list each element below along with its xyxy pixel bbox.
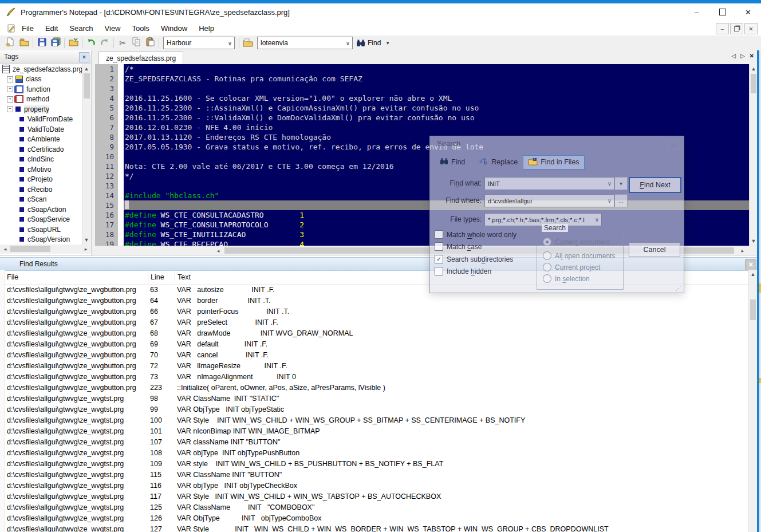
radio-current-project[interactable]: Current project <box>543 263 600 271</box>
result-row[interactable]: d:\cvsfiles\allgui\gtwvg\ze_wvgtst.prg10… <box>5 436 749 447</box>
search-dialog[interactable]: Search ✕ FindabReplaceFind in Files Find… <box>429 136 684 293</box>
tab-scroll-right-icon[interactable]: ▷ <box>740 53 745 59</box>
paste-button[interactable] <box>143 37 157 49</box>
dialog-tab-replace[interactable]: abReplace <box>474 155 523 169</box>
result-row[interactable]: d:\cvsfiles\allgui\gtwvg\ze_wvgbutton.pr… <box>5 371 749 382</box>
find-what-combo[interactable]: INIT∨ <box>484 177 614 190</box>
tree-group-property[interactable]: −property <box>0 104 82 115</box>
radio-all-open-documents[interactable]: All open documents <box>543 251 615 260</box>
tree-item-csoapaction[interactable]: cSoapAction <box>0 204 82 215</box>
editor-line[interactable]: 2ZE_SPEDSEFAZCLASS - Rotinas pra comunic… <box>95 74 749 84</box>
tab-scroll-left-icon[interactable]: ◁ <box>731 53 736 59</box>
result-row[interactable]: d:\cvsfiles\allgui\gtwvg\ze_wvgtst.prg99… <box>5 404 749 415</box>
checkbox-search-subdirectories[interactable]: ✓Search subdirectories <box>435 255 513 263</box>
cut-button[interactable]: ✂ <box>116 37 129 49</box>
undo-button[interactable] <box>84 37 98 49</box>
menu-search[interactable]: Search <box>64 22 98 35</box>
result-row[interactable]: d:\cvsfiles\allgui\gtwvg\ze_wvgtst.prg10… <box>5 458 749 469</box>
radio-in-selection[interactable]: In selection <box>543 274 590 283</box>
collapse-icon[interactable]: − <box>7 106 13 112</box>
result-row[interactable]: d:\cvsfiles\allgui\gtwvg\ze_wvgtst.prg12… <box>5 513 749 523</box>
result-row[interactable]: d:\cvsfiles\allgui\gtwvg\ze_wvgbutton.pr… <box>5 328 749 338</box>
open-button[interactable] <box>17 37 31 49</box>
close-button[interactable]: ✕ <box>735 3 761 21</box>
find-in-files-toolbar-icon[interactable] <box>241 37 255 49</box>
checkbox-match-case[interactable]: Match case <box>435 242 482 251</box>
maximize-button[interactable] <box>709 3 735 21</box>
editor-line[interactable]: 72016.12.01.0230 - NFE 4.00 início <box>95 123 749 132</box>
menu-tools[interactable]: Tools <box>127 22 155 35</box>
resize-grip[interactable]: ⋰ <box>676 285 681 291</box>
checkbox-icon[interactable] <box>435 230 443 239</box>
mdi-close-button[interactable]: ✕ <box>744 23 758 34</box>
find-results-vertical-scrollbar[interactable]: ▲ <box>748 270 757 532</box>
menu-window[interactable]: Window <box>155 22 193 35</box>
tree-item-validtodate[interactable]: ValidToDate <box>0 124 82 135</box>
result-row[interactable]: d:\cvsfiles\allgui\gtwvg\ze_wvgbutton.pr… <box>5 295 749 306</box>
result-row[interactable]: d:\cvsfiles\allgui\gtwvg\ze_wvgbutton.pr… <box>5 382 749 393</box>
editor-line[interactable]: 42016.11.25.1600 - Se colocar XML versio… <box>95 93 749 103</box>
result-row[interactable]: d:\cvsfiles\allgui\gtwvg\ze_wvgtst.prg11… <box>5 469 749 480</box>
result-row[interactable]: d:\cvsfiles\allgui\gtwvg\ze_wvgtst.prg98… <box>5 393 749 404</box>
result-row[interactable]: d:\cvsfiles\allgui\gtwvg\ze_wvgtst.prg10… <box>5 425 749 436</box>
expand-icon[interactable]: + <box>7 96 13 103</box>
menu-file[interactable]: File <box>16 22 40 35</box>
tree-root-item[interactable]: ze_spedsefazclass.prg <box>0 64 82 74</box>
tree-item-cambiente[interactable]: cAmbiente <box>0 135 82 145</box>
result-row[interactable]: d:\cvsfiles\allgui\gtwvg\ze_wvgbutton.pr… <box>5 338 749 349</box>
checkbox-icon[interactable] <box>435 242 443 251</box>
browse-folder-button[interactable]: ... <box>614 194 628 207</box>
editor-line[interactable]: 62016.11.25.2300 - ::ValidaXml() e DomDo… <box>95 113 749 123</box>
result-row[interactable]: d:\cvsfiles\allgui\gtwvg\ze_wvgtst.prg11… <box>5 491 749 502</box>
radio-icon[interactable] <box>543 274 551 283</box>
save-button[interactable] <box>35 37 49 49</box>
tree-group-method[interactable]: +method <box>0 94 82 105</box>
find-where-combo[interactable]: d:\cvsfiles\allgui∨ <box>484 194 614 207</box>
result-row[interactable]: d:\cvsfiles\allgui\gtwvg\ze_wvgtst.prg12… <box>5 502 749 513</box>
tags-close-icon[interactable]: ✕ <box>79 52 89 62</box>
result-row[interactable]: d:\cvsfiles\allgui\gtwvg\ze_wvgbutton.pr… <box>5 349 749 360</box>
copy-button[interactable] <box>129 37 143 49</box>
tree-item-crecibo[interactable]: cRecibo <box>0 184 82 195</box>
tab-close-icon[interactable]: ✕ <box>750 53 754 59</box>
tree-group-class[interactable]: +class <box>0 74 82 85</box>
save-all-button[interactable] <box>49 37 62 49</box>
radio-icon[interactable] <box>543 251 551 260</box>
tree-item-cmotivo[interactable]: cMotivo <box>0 164 82 175</box>
tags-vertical-scrollbar[interactable]: ▲ ▼ <box>82 64 91 245</box>
radio-selected-icon[interactable] <box>543 238 551 246</box>
find-next-button[interactable]: Find Next <box>629 177 681 193</box>
expand-icon[interactable]: + <box>7 86 13 92</box>
result-row[interactable]: d:\cvsfiles\allgui\gtwvg\ze_wvgbutton.pr… <box>5 360 749 371</box>
dialog-tab-find-in-files[interactable]: Find in Files <box>523 155 584 170</box>
tree-item-ccertificado[interactable]: cCertificado <box>0 144 82 155</box>
tags-horizontal-scrollbar[interactable]: ◂ ▸ <box>0 245 91 254</box>
redo-button[interactable] <box>98 37 112 49</box>
close-folder-button[interactable] <box>66 37 80 49</box>
editor-line[interactable]: 3 <box>95 84 749 93</box>
editor-vertical-scrollbar[interactable]: ▲ ▼ <box>749 64 758 246</box>
radio-current-document[interactable]: Current document <box>543 238 610 246</box>
result-row[interactable]: d:\cvsfiles\allgui\gtwvg\ze_wvgtst.prg12… <box>5 523 749 532</box>
dialog-tab-find[interactable]: Find <box>435 155 470 169</box>
result-row[interactable]: d:\cvsfiles\allgui\gtwvg\ze_wvgbutton.pr… <box>5 317 749 328</box>
result-row[interactable]: d:\cvsfiles\allgui\gtwvg\ze_wvgbutton.pr… <box>5 306 749 317</box>
tree-item-csoapurl[interactable]: cSoapURL <box>0 224 82 235</box>
find-what-dropdown-button[interactable]: ▾ <box>614 177 628 190</box>
new-button[interactable] <box>3 37 17 49</box>
tree-item-csoapversion[interactable]: cSoapVersion <box>0 235 82 245</box>
tree-item-cprojeto[interactable]: cProjeto <box>0 175 82 185</box>
tags-panel-header[interactable]: Tags ✕ <box>0 50 91 64</box>
search-text-combo[interactable]: loteenvia∨ <box>257 37 353 49</box>
tree-item-cindsinc[interactable]: cIndSinc <box>0 155 82 165</box>
checkbox-checked-icon[interactable]: ✓ <box>435 255 443 263</box>
find-results-close-icon[interactable]: ✕ <box>745 259 756 270</box>
tree-group-function[interactable]: +function <box>0 84 82 94</box>
tree-item-cscan[interactable]: cScan <box>0 195 82 205</box>
radio-icon[interactable] <box>543 263 551 271</box>
find-button[interactable]: Find ▼ <box>355 37 391 49</box>
checkbox-include-hidden[interactable]: Include hidden <box>435 267 491 275</box>
search-dialog-close-icon[interactable]: ✕ <box>668 140 679 150</box>
menu-help[interactable]: Help <box>193 22 220 35</box>
editor-line[interactable]: 52016.11.25.2300 - ::AssinaXml() e Capic… <box>95 103 749 113</box>
